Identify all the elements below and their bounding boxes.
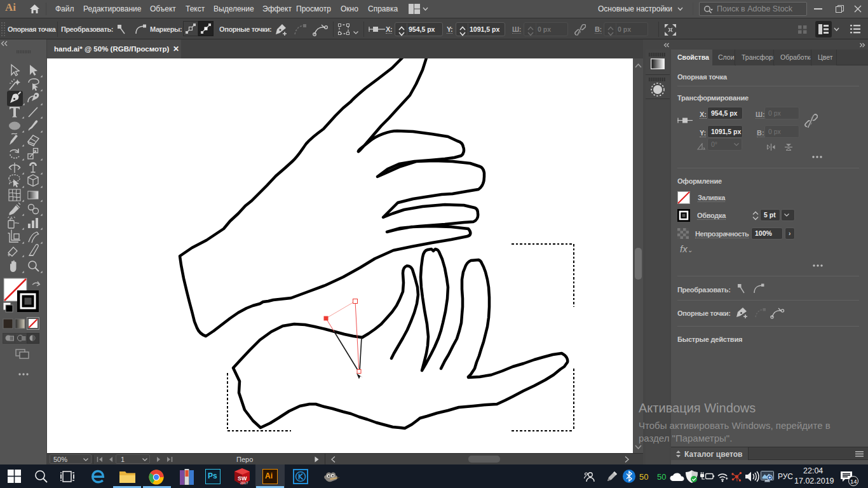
svg-text:2017: 2017 [240, 481, 248, 485]
